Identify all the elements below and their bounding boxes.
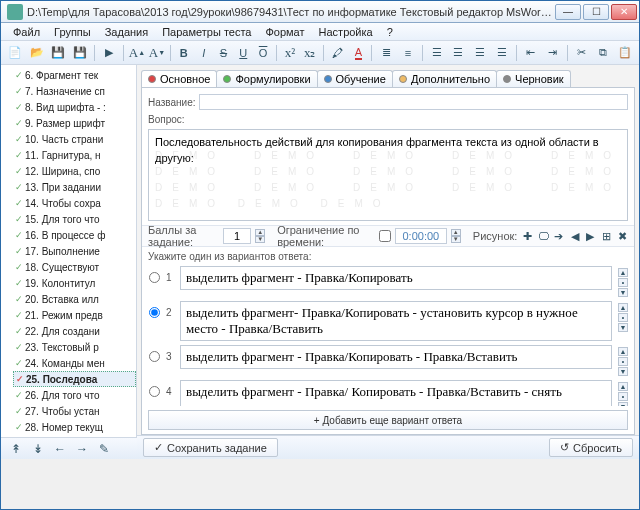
numbering-icon[interactable]: ≡ [398, 43, 418, 63]
bullets-icon[interactable]: ≣ [376, 43, 396, 63]
save-icon[interactable]: 💾 [49, 43, 69, 63]
tab-extra[interactable]: Дополнительно [392, 70, 497, 87]
tree-item[interactable]: 6. Фрагмент тек [13, 67, 136, 83]
font-size-down-icon[interactable]: A▼ [148, 43, 166, 63]
nav-up-icon[interactable]: ↟ [7, 440, 25, 458]
copy-icon[interactable]: ⧉ [593, 43, 613, 63]
superscript-icon[interactable]: x² [281, 43, 299, 63]
new-icon[interactable]: 📄 [5, 43, 25, 63]
tab-main[interactable]: Основное [141, 70, 217, 87]
image-delete-icon[interactable]: ✖ [616, 228, 628, 244]
answer-radio[interactable] [149, 272, 160, 283]
image-expand-icon[interactable]: ➔ [553, 228, 565, 244]
nav-edit-icon[interactable]: ✎ [95, 440, 113, 458]
preview-icon[interactable]: ▶ [99, 43, 119, 63]
timelimit-input[interactable] [395, 228, 447, 244]
answer-radio[interactable] [149, 307, 160, 318]
highlight-icon[interactable]: 🖍 [328, 43, 348, 63]
open-icon[interactable]: 📂 [27, 43, 47, 63]
answer-editor[interactable]: выделить фрагмент - Правка/Копировать [180, 266, 612, 290]
question-tree[interactable]: 6. Фрагмент тек7. Назначение сп8. Вид шр… [1, 65, 137, 437]
save-task-button[interactable]: ✓Сохранить задание [143, 438, 278, 457]
menu-tasks[interactable]: Задания [99, 25, 154, 38]
reset-button[interactable]: ↺Сбросить [549, 438, 633, 457]
answer-editor[interactable]: выделить фрагмент- Правка/Копировать - у… [180, 301, 612, 341]
answer-down-icon[interactable]: ▼ [618, 402, 628, 406]
tree-item[interactable]: 14. Чтобы сохра [13, 195, 136, 211]
tree-item[interactable]: 12. Ширина, спо [13, 163, 136, 179]
tree-item[interactable]: 8. Вид шрифта - : [13, 99, 136, 115]
menu-help[interactable]: ? [381, 25, 399, 38]
paste-icon[interactable]: 📋 [615, 43, 635, 63]
close-button[interactable]: ✕ [611, 4, 637, 20]
cut-icon[interactable]: ✂ [572, 43, 592, 63]
tree-item[interactable]: 24. Команды мен [13, 355, 136, 371]
answer-up-icon[interactable]: ▲ [618, 303, 628, 312]
tree-item[interactable]: 13. При задании [13, 179, 136, 195]
answer-down-icon[interactable]: ▼ [618, 323, 628, 332]
points-input[interactable] [223, 228, 251, 244]
overline-icon[interactable]: O [254, 43, 272, 63]
tree-item[interactable]: 23. Текстовый р [13, 339, 136, 355]
bold-icon[interactable]: B [175, 43, 193, 63]
tree-item[interactable]: 28. Номер текущ [13, 419, 136, 435]
time-up-icon[interactable]: ▲ [451, 229, 461, 236]
indent-right-icon[interactable]: ⇥ [543, 43, 563, 63]
maximize-button[interactable]: ☐ [583, 4, 609, 20]
italic-icon[interactable]: I [195, 43, 213, 63]
nav-right-icon[interactable]: → [73, 440, 91, 458]
tree-item[interactable]: 27. Чтобы устан [13, 403, 136, 419]
font-color-icon[interactable]: A [349, 43, 367, 63]
tree-item[interactable]: 22. Для создани [13, 323, 136, 339]
answer-radio[interactable] [149, 351, 160, 362]
answer-down-icon[interactable]: ▼ [618, 367, 628, 376]
points-down-icon[interactable]: ▼ [255, 236, 265, 243]
timelimit-checkbox[interactable] [379, 230, 391, 242]
tree-item[interactable]: 25. Последова [13, 371, 136, 387]
answer-menu-icon[interactable]: • [618, 357, 628, 366]
answer-editor[interactable]: выделить фрагмент - Правка/Копировать - … [180, 345, 612, 369]
align-left-icon[interactable]: ☰ [427, 43, 447, 63]
answer-menu-icon[interactable]: • [618, 392, 628, 401]
name-input[interactable] [199, 94, 628, 110]
subscript-icon[interactable]: x₂ [301, 43, 319, 63]
image-add-icon[interactable]: ✚ [521, 228, 533, 244]
tree-item[interactable]: 10. Часть страни [13, 131, 136, 147]
align-justify-icon[interactable]: ☰ [492, 43, 512, 63]
tree-item[interactable]: 11. Гарнитура, н [13, 147, 136, 163]
tree-item[interactable]: 18. Существуют [13, 259, 136, 275]
answer-editor[interactable]: выделить фрагмент - Правка/ Копировать -… [180, 380, 612, 406]
image-prev-icon[interactable]: ◀ [569, 228, 581, 244]
image-next-icon[interactable]: ▶ [585, 228, 597, 244]
tree-item[interactable]: 15. Для того что [13, 211, 136, 227]
menu-format[interactable]: Формат [259, 25, 310, 38]
align-right-icon[interactable]: ☰ [470, 43, 490, 63]
minimize-button[interactable]: — [555, 4, 581, 20]
nav-down-icon[interactable]: ↡ [29, 440, 47, 458]
menu-params[interactable]: Параметры теста [156, 25, 257, 38]
tree-item[interactable]: 16. В процессе ф [13, 227, 136, 243]
tab-draft[interactable]: Черновик [496, 70, 571, 87]
menu-settings[interactable]: Настройка [313, 25, 379, 38]
tree-item[interactable]: 9. Размер шрифт [13, 115, 136, 131]
align-center-icon[interactable]: ☰ [449, 43, 469, 63]
image-list-icon[interactable]: ⊞ [600, 228, 612, 244]
tab-learning[interactable]: Обучение [317, 70, 393, 87]
answer-menu-icon[interactable]: • [618, 278, 628, 287]
points-up-icon[interactable]: ▲ [255, 229, 265, 236]
answer-down-icon[interactable]: ▼ [618, 288, 628, 297]
image-monitor-icon[interactable]: 🖵 [537, 228, 549, 244]
tree-item[interactable]: 17. Выполнение [13, 243, 136, 259]
tab-formulations[interactable]: Формулировки [216, 70, 317, 87]
underline-icon[interactable]: U [234, 43, 252, 63]
tree-item[interactable]: 21. Режим предв [13, 307, 136, 323]
font-size-up-icon[interactable]: A▲ [128, 43, 146, 63]
tree-item[interactable]: 20. Вставка илл [13, 291, 136, 307]
strike-icon[interactable]: S [215, 43, 233, 63]
question-editor[interactable]: Последовательность действий для копирова… [148, 129, 628, 221]
answer-up-icon[interactable]: ▲ [618, 347, 628, 356]
menu-file[interactable]: Файл [7, 25, 46, 38]
answer-up-icon[interactable]: ▲ [618, 382, 628, 391]
answer-radio[interactable] [149, 386, 160, 397]
tree-item[interactable]: 26. Для того что [13, 387, 136, 403]
